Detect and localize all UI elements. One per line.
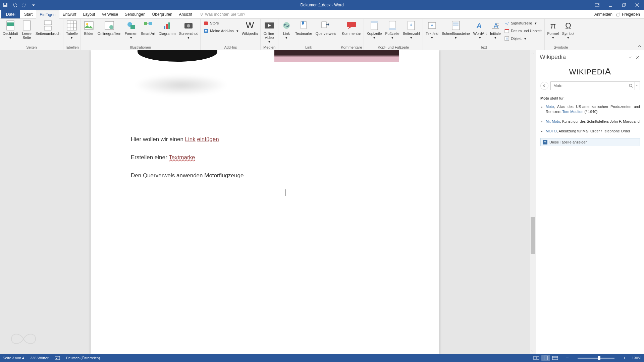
tab-references[interactable]: Verweise <box>98 10 121 18</box>
tell-me-search[interactable]: Was möchten Sie tun? <box>200 10 245 18</box>
maximize-icon[interactable] <box>617 0 631 10</box>
wiki-link-mr-moto[interactable]: Mr. Moto <box>546 119 560 123</box>
comment-button[interactable]: Kommentar <box>340 19 362 36</box>
object-button[interactable]: Objekt▾ <box>503 35 543 42</box>
pagenum-icon: # <box>406 20 417 31</box>
undo-icon[interactable] <box>11 2 18 8</box>
tab-insert[interactable]: Einfügen <box>36 10 59 19</box>
shapes-button[interactable]: Formen▾ <box>123 19 139 40</box>
link-button[interactable]: Link▾ <box>280 19 293 40</box>
view-web-icon[interactable] <box>551 355 559 361</box>
pane-options-icon[interactable] <box>627 54 633 60</box>
zoom-level[interactable]: 130% <box>632 356 641 360</box>
ribbon-display-icon[interactable] <box>590 0 604 10</box>
table-button[interactable]: Tabelle▾ <box>65 19 79 40</box>
zoom-slider[interactable] <box>578 358 614 359</box>
collapse-ribbon-icon[interactable] <box>637 44 642 49</box>
quickparts-button[interactable]: Schnellbausteine▾ <box>440 19 471 40</box>
tab-layout[interactable]: Layout <box>79 10 98 18</box>
redo-icon[interactable] <box>21 2 28 8</box>
wiki-result-2: Mr. Moto, Kunstfigur des Schriftstellers… <box>546 119 640 124</box>
wiki-link-moto-abbr[interactable]: MOTO <box>546 129 557 133</box>
wiki-search-icon[interactable] <box>627 82 634 90</box>
dropcap-button[interactable]: AInitiale▾ <box>489 19 502 40</box>
tab-start[interactable]: Start <box>21 10 36 18</box>
wiki-search-input[interactable] <box>551 82 627 90</box>
wiki-expand-table[interactable]: Diese Tabelle anzeigen <box>540 138 640 146</box>
blank-page-button[interactable]: Leere Seite <box>20 19 34 40</box>
crossref-button[interactable]: Querverweis <box>314 19 338 36</box>
scroll-down-icon[interactable] <box>530 348 536 354</box>
tab-mailings[interactable]: Sendungen <box>121 10 149 18</box>
tab-view[interactable]: Ansicht <box>176 10 196 18</box>
wiki-link-moto[interactable]: Moto <box>546 105 554 109</box>
bookmark-textmarke[interactable]: Textmarke <box>169 154 195 161</box>
smartart-button[interactable]: SmartArt <box>140 19 157 36</box>
textbox-button[interactable]: ATextfeld▾ <box>424 19 440 40</box>
svg-rect-4 <box>622 4 625 7</box>
bookmark-button[interactable]: Textmarke <box>294 19 314 36</box>
zoom-in-button[interactable]: + <box>623 356 626 360</box>
tab-design[interactable]: Entwurf <box>59 10 80 18</box>
wiki-link-tom-moulton[interactable]: Tom Moulton <box>562 110 583 114</box>
signature-line-button[interactable]: Signaturzeile▾ <box>503 19 543 27</box>
group-text-label: Text <box>424 45 543 50</box>
scroll-track[interactable] <box>530 56 536 348</box>
screenshot-button[interactable]: Screenshot▾ <box>178 19 199 40</box>
status-language[interactable]: Deutsch (Österreich) <box>66 356 100 360</box>
tab-review[interactable]: Überprüfen <box>149 10 176 18</box>
page[interactable]: Hier wollen wir einen Link einfügen Erst… <box>91 50 439 354</box>
scroll-thumb[interactable] <box>531 217 535 254</box>
online-video-button[interactable]: Online- video▾ <box>262 19 276 44</box>
svg-rect-14 <box>44 21 52 25</box>
svg-rect-30 <box>166 24 168 29</box>
header-icon <box>369 20 380 31</box>
store-button[interactable]: Store <box>202 19 239 27</box>
online-pictures-button[interactable]: Onlinegrafiken <box>96 19 123 36</box>
paragraph-3[interactable]: Den Querverweis anwenden Motorflugzeuge <box>131 172 399 180</box>
chart-icon <box>162 20 172 31</box>
qat-customize-icon[interactable] <box>30 2 37 8</box>
date-time-button[interactable]: Datum und Uhrzeit <box>503 27 543 35</box>
document-area[interactable]: Hier wollen wir einen Link einfügen Erst… <box>0 50 530 354</box>
equation-button[interactable]: πFormel▾ <box>546 19 560 40</box>
wordart-button[interactable]: AWordArt▾ <box>472 19 488 40</box>
paragraph-1[interactable]: Hier wollen wir einen Link einfügen <box>131 135 399 143</box>
pane-close-icon[interactable] <box>635 54 641 60</box>
tab-file[interactable]: Datei <box>1 10 20 18</box>
pictures-icon <box>84 20 94 31</box>
symbol-button[interactable]: ΩSymbol▾ <box>561 19 576 40</box>
paragraph-2[interactable]: Erstellen einer Textmarke <box>131 154 399 162</box>
wikipedia-icon: W <box>245 20 255 31</box>
scroll-up-icon[interactable] <box>530 50 536 56</box>
document-image-2[interactable] <box>274 50 399 62</box>
page-break-button[interactable]: Seitenumbruch <box>34 19 62 36</box>
view-print-icon[interactable] <box>541 355 550 361</box>
svg-text:π: π <box>550 21 556 30</box>
wiki-back-button[interactable] <box>540 82 548 90</box>
document-image-1[interactable] <box>138 50 217 62</box>
close-icon[interactable] <box>631 0 644 10</box>
cover-page-button[interactable]: Deckblatt▾ <box>1 19 19 40</box>
zoom-out-button[interactable]: − <box>566 355 569 361</box>
status-words[interactable]: 338 Wörter <box>30 356 48 360</box>
status-spellcheck-icon[interactable] <box>55 356 60 360</box>
minimize-icon[interactable] <box>604 0 617 10</box>
wiki-search-dropdown-icon[interactable] <box>634 82 640 90</box>
pane-title: Wikipedia <box>540 54 626 61</box>
hyperlink-link[interactable]: Link <box>185 136 196 142</box>
my-addins-button[interactable]: Meine Add-Ins▾ <box>202 27 239 35</box>
share-button[interactable]: Freigeben <box>616 12 640 17</box>
wikipedia-button[interactable]: WWikipedia <box>240 19 259 36</box>
pictures-button[interactable]: Bilder <box>82 19 96 36</box>
header-button[interactable]: Kopfzeile▾ <box>365 19 383 40</box>
sign-in-button[interactable]: Anmelden <box>594 12 612 17</box>
footer-button[interactable]: Fußzeile▾ <box>384 19 400 40</box>
view-read-icon[interactable] <box>532 355 541 361</box>
page-number-button[interactable]: #Seitenzahl▾ <box>401 19 421 40</box>
chart-button[interactable]: Diagramm <box>157 19 177 36</box>
save-icon[interactable] <box>2 2 9 8</box>
status-page[interactable]: Seite 3 von 4 <box>3 356 24 360</box>
vertical-scrollbar[interactable] <box>530 50 536 354</box>
hyperlink-einfuegen[interactable]: einfügen <box>197 136 219 142</box>
